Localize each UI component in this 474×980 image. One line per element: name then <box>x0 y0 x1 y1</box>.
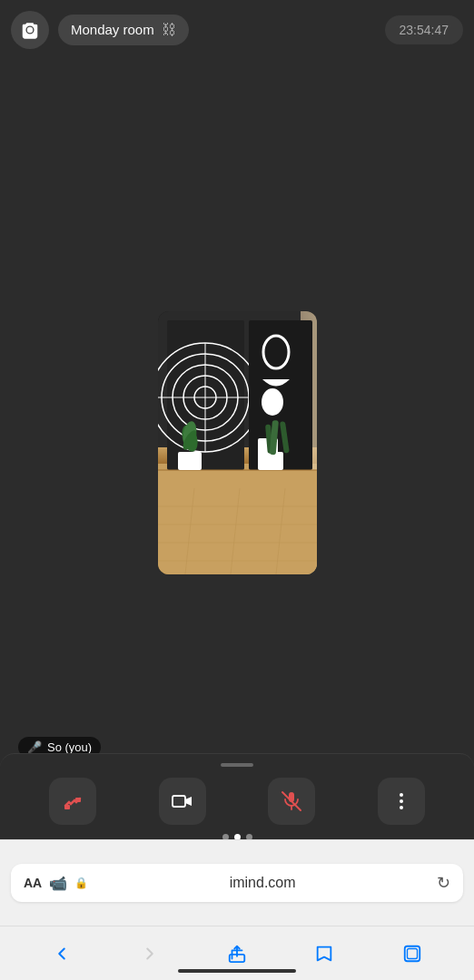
camera-toggle-button[interactable] <box>159 778 206 825</box>
leave-button[interactable] <box>49 778 96 825</box>
camera-button[interactable] <box>11 11 49 49</box>
back-icon <box>52 944 72 964</box>
url-text[interactable]: imind.com <box>95 875 430 891</box>
svg-rect-33 <box>173 796 185 807</box>
tabs-icon <box>402 944 422 964</box>
svg-point-38 <box>400 799 403 803</box>
room-name: Monday room <box>71 22 154 37</box>
room-art <box>158 311 317 574</box>
tabs-button[interactable] <box>392 934 432 974</box>
svg-point-10 <box>262 388 283 416</box>
camera-icon <box>20 20 40 40</box>
svg-rect-15 <box>178 452 202 470</box>
user-name: So (you) <box>47 740 92 754</box>
bookmarks-button[interactable] <box>304 934 344 974</box>
timestamp: 23:54:47 <box>385 15 464 44</box>
forward-button[interactable] <box>130 934 170 974</box>
svg-rect-31 <box>64 805 70 809</box>
share-button[interactable] <box>217 934 257 974</box>
forward-icon <box>140 944 160 964</box>
link-icon: ⛓ <box>162 22 176 38</box>
svg-rect-19 <box>258 452 283 470</box>
browser-video-icon: 📹 <box>49 875 67 892</box>
header: Monday room ⛓ 23:54:47 <box>0 0 474 59</box>
controls-bar <box>0 753 474 839</box>
svg-rect-13 <box>158 470 317 488</box>
mic-button[interactable] <box>268 778 315 825</box>
camera-toggle-icon <box>172 790 193 812</box>
svg-rect-32 <box>75 798 81 802</box>
controls-buttons <box>0 767 474 825</box>
lock-icon: 🔒 <box>74 877 88 889</box>
room-name-pill[interactable]: Monday room ⛓ <box>58 15 189 45</box>
more-icon <box>390 790 412 812</box>
url-bar[interactable]: AA 📹 🔒 imind.com ↻ <box>11 864 463 902</box>
camera-feed <box>158 311 317 574</box>
mic-muted-icon <box>281 790 302 812</box>
home-indicator <box>178 969 296 973</box>
back-button[interactable] <box>42 934 82 974</box>
share-icon <box>227 944 247 964</box>
video-area <box>0 59 474 771</box>
svg-rect-23 <box>158 488 317 574</box>
svg-marker-34 <box>185 797 192 806</box>
text-size-button[interactable]: AA <box>24 876 42 890</box>
refresh-button[interactable]: ↻ <box>437 873 450 893</box>
svg-rect-42 <box>407 948 417 958</box>
bookmarks-icon <box>314 944 334 964</box>
more-button[interactable] <box>378 778 425 825</box>
mic-muted-icon: 🎤 <box>27 740 42 754</box>
svg-point-39 <box>400 806 403 809</box>
browser-bar: AA 📹 🔒 imind.com ↻ <box>0 839 474 926</box>
svg-point-37 <box>400 793 403 797</box>
hangup-icon <box>62 790 84 812</box>
